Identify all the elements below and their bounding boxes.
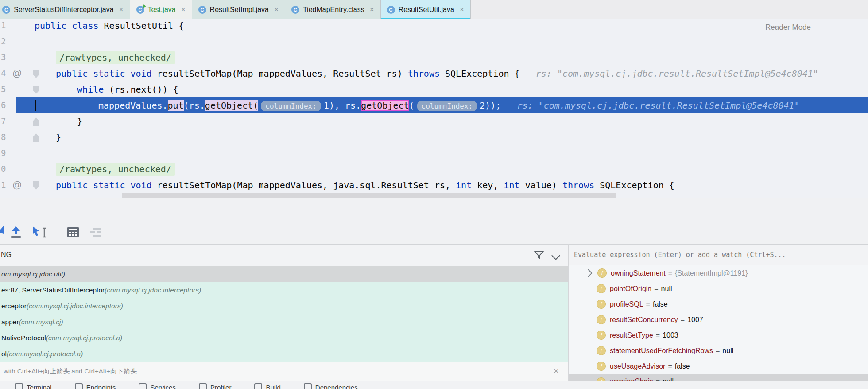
tab-ResultSetUtil.java[interactable]: CResultSetUtil.java× — [381, 0, 471, 19]
fold-marker-down[interactable] — [33, 86, 39, 94]
tool-window-bar: TerminalEndpointsServicesProfilerBuildDe… — [0, 381, 868, 389]
frame-row[interactable]: ol (com.mysql.cj.protocol.a) — [0, 346, 568, 362]
field-badge-icon: f — [597, 346, 606, 355]
variable-row[interactable]: fuseUsageAdvisor=false — [569, 358, 868, 374]
step-icon-partial[interactable] — [0, 225, 4, 237]
class-icon: C — [291, 6, 299, 14]
code-line[interactable]: 4@public static void resultSetToMap(Map … — [0, 66, 868, 82]
annotation-gutter-mark: @ — [12, 179, 22, 190]
line-number: 6 — [1, 100, 6, 110]
close-icon[interactable]: × — [370, 5, 374, 14]
debugger-toolbar — [0, 220, 868, 244]
step-out-icon[interactable] — [10, 226, 22, 239]
selection-band — [122, 193, 616, 198]
tool-window-button-dependencies[interactable]: Dependencies — [304, 383, 358, 389]
tool-window-button-build[interactable]: Build — [254, 383, 280, 389]
run-overlay-icon — [143, 4, 146, 8]
line-number: 1 — [1, 20, 6, 30]
variable-row[interactable]: fstatementUsedForFetchingRows=null — [569, 343, 868, 358]
tab-label: ServerStatusDiffInterceptor.java — [14, 6, 114, 14]
line-number: 2 — [1, 36, 6, 46]
fold-marker-up[interactable] — [33, 117, 39, 126]
variable-row[interactable]: fwarningChain=null — [569, 374, 868, 381]
code-line[interactable]: while (rs.next()) { — [0, 193, 868, 198]
code-text: public static void resultSetToMap(Map ma… — [56, 67, 818, 80]
tool-window-button-profiler[interactable]: Profiler — [199, 383, 232, 389]
evaluate-expression-icon[interactable] — [67, 226, 79, 238]
tool-window-button-terminal[interactable]: Terminal — [15, 383, 52, 389]
code-editor[interactable]: Reader Mode 1public class ResultSetUtil … — [0, 19, 868, 198]
debug-headers-row: NG Evaluate expression (Enter) or add a … — [0, 244, 868, 267]
close-icon[interactable]: × — [181, 5, 186, 14]
code-text: while (rs.next()) { — [77, 83, 178, 96]
frames-hint-banner: with Ctrl+Alt+向上箭头 and Ctrl+Alt+向下箭头 × — [0, 362, 568, 382]
variable-row[interactable]: fprofileSQL=false — [569, 296, 868, 312]
class-icon-run: C — [136, 6, 144, 14]
close-icon[interactable]: × — [119, 5, 124, 14]
fold-marker-down[interactable] — [33, 181, 39, 190]
toolbar-separator — [57, 226, 57, 238]
code-text: public static void resultSetToMap(Map ma… — [56, 179, 674, 191]
tab-label: Test.java — [148, 6, 176, 14]
code-line[interactable]: 7} — [0, 113, 868, 129]
tab-label: ResultSetUtil.java — [399, 6, 454, 14]
variable-row[interactable]: fowningStatement={StatementImpl@1191} — [569, 265, 868, 281]
variable-row[interactable]: fresultSetType=1003 — [569, 327, 868, 343]
frames-hint-text: with Ctrl+Alt+向上箭头 and Ctrl+Alt+向下箭头 — [4, 367, 137, 376]
tab-bar: CServerStatusDiffInterceptor.java×CTest.… — [0, 0, 868, 20]
endpoints-icon — [75, 383, 83, 389]
tab-TiedMapEntry.class[interactable]: CTiedMapEntry.class× — [285, 0, 381, 19]
services-icon — [139, 383, 147, 389]
tool-window-button-endpoints[interactable]: Endpoints — [75, 383, 116, 389]
field-badge-icon: f — [597, 268, 607, 278]
build-icon — [254, 383, 262, 389]
tab-label: TiedMapEntry.class — [303, 6, 364, 14]
close-icon[interactable]: × — [554, 366, 559, 376]
expand-chevron-icon[interactable] — [584, 269, 592, 277]
chevron-down-icon[interactable] — [551, 251, 560, 260]
tool-window-button-services[interactable]: Services — [139, 383, 176, 389]
profiler-icon — [199, 383, 207, 389]
variable-row[interactable]: fpointOfOrigin=null — [569, 281, 868, 296]
code-line[interactable]: 0/rawtypes, unchecked/ — [0, 161, 868, 177]
dependencies-icon — [304, 383, 312, 389]
frame-row[interactable]: om.mysql.cj.jdbc.util) — [0, 266, 568, 282]
tab-ServerStatusDiffInterceptor.java[interactable]: CServerStatusDiffInterceptor.java× — [0, 0, 130, 19]
code-line[interactable]: 1public class ResultSetUtil { — [0, 19, 868, 34]
variable-row[interactable]: fresultSetConcurrency=1007 — [569, 312, 868, 327]
trace-stream-icon[interactable] — [89, 227, 102, 237]
fold-marker-down[interactable] — [33, 70, 39, 78]
ide-window: { "palette":{"exec_line_blue":"#2e64bd",… — [0, 0, 868, 389]
frames-header-label: NG — [1, 251, 12, 259]
tab-ResultSetImpl.java[interactable]: CResultSetImpl.java× — [192, 0, 285, 19]
class-icon: C — [198, 6, 206, 14]
line-number: 3 — [1, 52, 6, 62]
tab-Test.java[interactable]: CTest.java× — [130, 0, 192, 19]
code-line[interactable]: 6mappedValues.put(rs.getObject(columnInd… — [0, 97, 868, 113]
code-line[interactable]: 8} — [0, 129, 868, 145]
class-icon: C — [2, 6, 10, 14]
code-line[interactable]: 5while (rs.next()) { — [0, 82, 868, 97]
tab-label: ResultSetImpl.java — [210, 6, 269, 14]
field-badge-icon: f — [597, 300, 606, 309]
code-line[interactable]: 1@public static void resultSetToMap(Map … — [0, 177, 868, 193]
line-number: 5 — [1, 84, 6, 94]
close-icon[interactable]: × — [274, 5, 279, 14]
run-to-cursor-icon[interactable] — [32, 226, 47, 239]
frame-row[interactable]: es:87, ServerStatusDiffInterceptor (com.… — [0, 282, 568, 298]
field-badge-icon: f — [597, 362, 606, 371]
close-icon[interactable]: × — [460, 5, 464, 14]
frame-row[interactable]: erceptor (com.mysql.cj.jdbc.interceptors… — [0, 298, 568, 314]
line-number: 8 — [1, 132, 6, 142]
field-badge-icon: f — [597, 315, 606, 324]
line-number: 1 — [1, 180, 6, 190]
frame-row[interactable]: NativeProtocol (com.mysql.cj.protocol.a) — [0, 330, 568, 346]
code-line[interactable]: 2 — [0, 34, 868, 50]
filter-funnel-icon[interactable] — [534, 250, 544, 260]
code-line[interactable]: 3/rawtypes, unchecked/ — [0, 50, 868, 66]
fold-marker-up[interactable] — [33, 133, 39, 142]
debug-panel: NG Evaluate expression (Enter) or add a … — [0, 198, 868, 389]
evaluate-expression-field[interactable]: Evaluate expression (Enter) or add a wat… — [574, 251, 786, 259]
frame-row[interactable]: apper (com.mysql.cj) — [0, 314, 568, 330]
code-line[interactable]: 9 — [0, 145, 868, 161]
